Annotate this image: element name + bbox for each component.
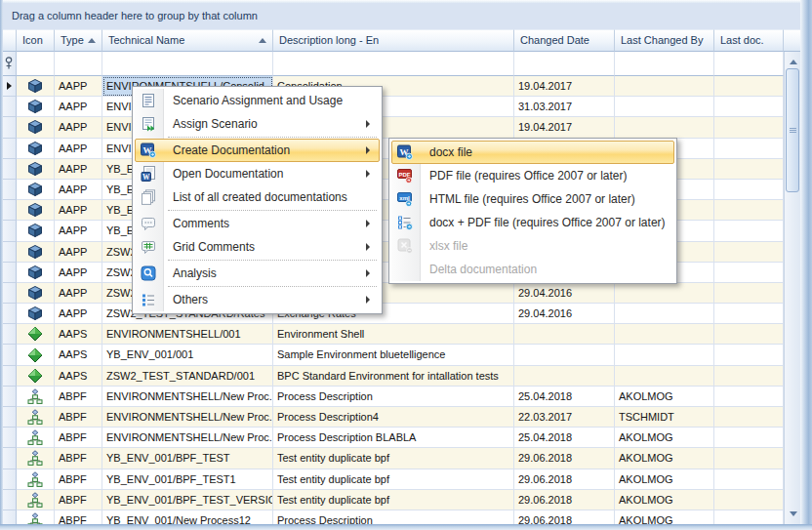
cell-desc[interactable]: Test entity duplicate bpf [273,448,514,469]
menu-item-comments[interactable]: Comments [135,212,380,235]
cell-icon[interactable] [17,366,55,387]
cell-icon[interactable] [17,117,55,138]
row-indicator-cell[interactable] [3,283,17,304]
group-by-panel[interactable]: Drag a column header here to group by th… [3,3,800,29]
cell-type[interactable]: AAPP [55,180,102,200]
column-header-changed[interactable]: Changed Date [514,29,615,52]
filter-cell-desc[interactable] [273,52,514,76]
row-indicator-cell[interactable] [3,448,17,469]
row-indicator-cell[interactable] [3,407,17,428]
cell-icon[interactable] [17,159,55,180]
cell-lastdoc[interactable] [714,283,784,304]
submenu-item-docx-pdf-file-requires-office-2007-or-later[interactable]: docx + PDF file (requires Office 2007 or… [391,211,674,234]
cell-tech[interactable]: ZSW2_TEST_STANDARD/001 [102,366,273,387]
cell-lastdoc[interactable] [714,221,784,241]
cell-type[interactable]: AAPP [55,283,102,304]
row-indicator-cell[interactable] [3,469,17,490]
cell-type[interactable]: AAPP [55,117,102,138]
filter-cell-icon[interactable] [17,52,55,76]
cell-icon[interactable] [17,76,55,97]
cell-icon[interactable] [17,221,55,241]
row-indicator-cell[interactable] [3,263,17,283]
cell-type[interactable]: AAPP [55,97,102,117]
cell-icon[interactable] [17,448,55,469]
cell-lastdoc[interactable] [714,242,784,263]
cell-lastby[interactable]: AKOLMOG [615,387,714,407]
cell-type[interactable]: ABPF [55,448,102,469]
cell-lastby[interactable]: AKOLMOG [615,448,714,469]
row-indicator-cell[interactable] [3,324,17,345]
submenu-item-pdf-file-requires-office-2007-or-later[interactable]: PDFPDF file (requires Office 2007 or lat… [391,164,674,187]
cell-changed[interactable]: 29.04.2016 [514,304,615,324]
cell-lastby[interactable]: AKOLMOG [615,428,714,448]
cell-type[interactable]: AAPP [55,242,102,263]
cell-type[interactable]: ABPF [55,510,102,524]
cell-type[interactable]: AAPP [55,221,102,241]
row-indicator-cell[interactable] [3,387,17,407]
row-indicator-cell[interactable] [3,304,17,324]
cell-icon[interactable] [17,263,55,283]
cell-lastdoc[interactable] [714,428,784,448]
cell-changed[interactable]: 19.04.2017 [514,117,615,138]
cell-icon[interactable] [17,469,55,490]
row-indicator-cell[interactable] [3,366,17,387]
cell-desc[interactable]: Process Description BLABLA [273,428,514,448]
cell-changed[interactable]: 29.06.2018 [514,510,615,524]
submenu-item-docx-file[interactable]: Wdocx file [391,141,674,164]
cell-lastdoc[interactable] [714,387,784,407]
cell-tech[interactable]: YB_ENV_001/001 [102,345,273,365]
cell-tech[interactable]: ENVIRONMENTSHELL/New Proc... [102,428,273,448]
scrollbar-thumb[interactable] [786,68,799,192]
cell-changed[interactable]: 29.04.2016 [514,283,615,304]
cell-lastdoc[interactable] [714,304,784,324]
menu-item-scenario-assignment-and-usage[interactable]: Scenario Assignment and Usage [135,89,380,112]
filter-cell-tech[interactable] [102,52,273,76]
cell-desc[interactable]: BPC Standard Environment for intallation… [273,366,514,387]
cell-lastdoc[interactable] [714,407,784,428]
menu-item-open-documentation[interactable]: WOpen Documentation [135,162,380,185]
cell-tech[interactable]: YB_ENV_001/BPF_TEST [102,448,273,469]
cell-lastdoc[interactable] [714,490,784,510]
row-indicator-cell[interactable] [3,200,17,221]
submenu-item-delta-documentation[interactable]: Delta documentation [391,258,674,281]
cell-desc[interactable]: Process Description [273,510,514,524]
cell-lastdoc[interactable] [714,117,784,138]
cell-icon[interactable] [17,387,55,407]
cell-changed[interactable]: 31.03.2017 [514,97,615,117]
row-indicator-cell[interactable] [3,221,17,241]
cell-icon[interactable] [17,283,55,304]
cell-lastby[interactable]: AKOLMOG [615,510,714,524]
cell-lastdoc[interactable] [714,159,784,180]
cell-lastdoc[interactable] [714,345,784,365]
cell-lastby[interactable] [615,76,714,97]
cell-desc[interactable]: Process Description [273,387,514,407]
cell-changed[interactable]: 22.03.2017 [514,407,615,428]
column-header-tech[interactable]: Technical Name [102,29,273,52]
cell-changed[interactable]: 25.04.2018 [514,387,615,407]
cell-icon[interactable] [17,490,55,510]
cell-type[interactable]: AAPS [55,345,102,365]
row-indicator-cell[interactable] [3,159,17,180]
column-header-desc[interactable]: Description long - En [273,29,514,52]
cell-icon[interactable] [17,345,55,365]
cell-tech[interactable]: YB_ENV_001/New Process12 [102,510,273,524]
cell-tech[interactable]: ENVIRONMENTSHELL/New Proc... [102,407,273,428]
menu-item-create-documentation[interactable]: WCreate Documentation [135,139,380,162]
cell-lastdoc[interactable] [714,76,784,97]
cell-lastby[interactable]: AKOLMOG [615,490,714,510]
cell-type[interactable]: AAPP [55,263,102,283]
cell-icon[interactable] [17,407,55,428]
vertical-scrollbar[interactable] [784,52,800,524]
cell-lastdoc[interactable] [714,180,784,200]
cell-tech[interactable]: ENVIRONMENTSHELL/New Proc... [102,387,273,407]
cell-type[interactable]: AAPP [55,159,102,180]
cell-icon[interactable] [17,139,55,159]
cell-changed[interactable] [514,324,615,345]
menu-item-grid-comments[interactable]: Grid Comments [135,235,380,259]
cell-lastdoc[interactable] [714,97,784,117]
cell-type[interactable]: ABPF [55,490,102,510]
row-indicator-cell[interactable] [3,117,17,138]
cell-desc[interactable]: Process Description4 [273,407,514,428]
cell-lastby[interactable] [615,97,714,117]
cell-icon[interactable] [17,304,55,324]
